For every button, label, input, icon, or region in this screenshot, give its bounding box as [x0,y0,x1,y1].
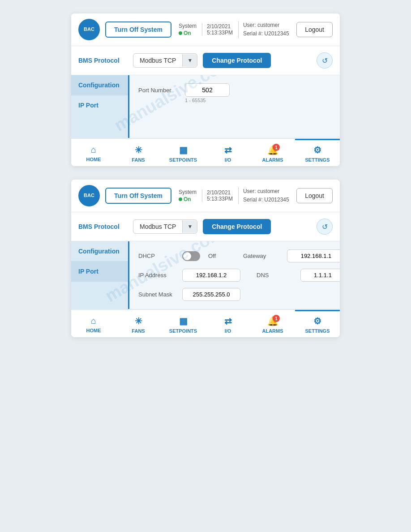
panel-2: BAC Turn Off System System On 2/10/2021 … [71,180,340,337]
protocol-dropdown-arrow-2[interactable]: ▼ [182,220,197,233]
port-hint-1: 1 - 65535 [185,98,230,103]
nav-settings-1[interactable]: ⚙ SETTINGS [295,139,340,166]
io-icon-2: ⇄ [224,316,232,326]
nav-io-2[interactable]: ⇄ I/O [206,310,250,337]
alarm-badge-1: 1 [273,144,280,151]
sidebar-ipport-1[interactable]: IP Port [71,95,128,115]
home-icon-1: ⌂ [91,145,96,155]
toggle-knob [183,252,191,260]
dns-label: DNS [257,272,292,279]
header-1: BAC Turn Off System System On 2/10/2021 … [71,13,340,46]
main-content-2: DHCP Off Gateway IP Address DNS Subnet M… [129,241,340,309]
change-protocol-button-1[interactable]: Change Protocol [203,53,271,68]
bms-label-2: BMS Protocol [78,223,128,230]
sidebar-2: Configuration IP Port [71,241,129,309]
panel-1: BAC Turn Off System System On 2/10/2021 … [71,13,340,166]
subnet-label: Subnet Mask [138,291,174,298]
bottom-nav-1: ⌂ HOME ✳ FANS ▦ SETPOINTS ⇄ I/O 🔔 1 ALAR… [71,138,340,166]
nav-fans-1[interactable]: ✳ FANS [116,139,161,166]
ip-dns-row: IP Address DNS [138,269,340,282]
header-2: BAC Turn Off System System On 2/10/2021 … [71,180,340,212]
system-status-label-2: System [179,189,197,195]
setpoints-icon-1: ▦ [179,145,188,155]
dhcp-gateway-row: DHCP Off Gateway [138,249,340,262]
logo-text-2: BAC [84,193,94,198]
nav-io-1[interactable]: ⇄ I/O [206,139,250,166]
settings-icon-1: ⚙ [313,145,321,155]
port-input-wrap-1: 1 - 65535 [185,83,230,103]
protocol-dropdown-arrow-1[interactable]: ▼ [182,54,197,67]
content-area-2: manualsive.com Configuration IP Port DHC… [71,241,340,309]
sidebar-1: Configuration IP Port [71,75,129,138]
nav-setpoints-1[interactable]: ▦ SETPOINTS [161,139,206,166]
nav-home-1[interactable]: ⌂ HOME [71,139,116,166]
logout-button-2[interactable]: Logout [296,188,333,203]
logout-button-1[interactable]: Logout [296,22,333,37]
dhcp-toggle[interactable] [182,251,200,261]
fans-icon-2: ✳ [135,316,142,326]
green-dot-1 [179,31,182,35]
bottom-nav-2: ⌂ HOME ✳ FANS ▦ SETPOINTS ⇄ I/O 🔔 1 ALAR… [71,309,340,337]
user-info-2: User: customer Serial #: U2012345 [238,187,289,204]
io-icon-1: ⇄ [224,145,232,155]
subnet-input[interactable] [182,288,240,301]
datetime-2: 2/10/2021 5:13:33PM [202,189,233,202]
setpoints-icon-2: ▦ [179,316,188,326]
system-status-label-1: System [179,23,197,29]
fans-icon-1: ✳ [135,145,142,155]
dhcp-status: Off [208,253,216,259]
home-icon-2: ⌂ [91,316,96,326]
nav-home-2[interactable]: ⌂ HOME [71,310,116,337]
dhcp-label: DHCP [138,253,174,259]
bac-logo-2: BAC [78,185,100,206]
nav-alarms-1[interactable]: 🔔 1 ALARMS [250,139,295,166]
protocol-value-1: Modbus TCP [133,54,182,67]
refresh-button-1[interactable]: ↺ [317,52,333,69]
port-input-1[interactable] [185,83,230,97]
status-on-1: On [179,30,197,36]
nav-alarms-2[interactable]: 🔔 1 ALARMS [250,310,295,337]
change-protocol-button-2[interactable]: Change Protocol [203,219,271,234]
subnet-row: Subnet Mask [138,288,340,301]
protocol-select-wrap-2[interactable]: Modbus TCP ▼ [133,219,197,234]
turn-off-button-1[interactable]: Turn Off System [105,21,171,38]
alarm-badge-2: 1 [273,315,280,322]
nav-setpoints-2[interactable]: ▦ SETPOINTS [161,310,206,337]
bac-logo-1: BAC [78,19,100,40]
refresh-button-2[interactable]: ↺ [317,219,333,235]
port-field-row-1: Port Number 1 - 65535 [138,83,331,103]
main-content-1: Port Number 1 - 65535 [129,75,340,138]
datetime-1: 2/10/2021 5:13:33PM [202,23,233,36]
protocol-value-2: Modbus TCP [133,220,182,233]
nav-fans-2[interactable]: ✳ FANS [116,310,161,337]
sidebar-configuration-1[interactable]: Configuration [71,75,128,95]
protocol-select-wrap-1[interactable]: Modbus TCP ▼ [133,53,197,68]
user-info-1: User: customer Serial #: U2012345 [238,21,289,38]
status-on-2: On [179,196,197,202]
port-label-1: Port Number [138,83,179,94]
dns-input[interactable] [300,269,340,282]
nav-settings-2[interactable]: ⚙ SETTINGS [295,310,340,337]
system-info-2: System On [179,189,197,202]
content-area-1: manualsive.com Configuration IP Port Por… [71,75,340,138]
system-info-1: System On [179,23,197,36]
green-dot-2 [179,197,182,201]
ip-input[interactable] [182,269,240,282]
bms-row-1: BMS Protocol Modbus TCP ▼ Change Protoco… [71,46,340,75]
logo-text-1: BAC [84,26,94,32]
gateway-input[interactable] [287,249,340,262]
bms-row-2: BMS Protocol Modbus TCP ▼ Change Protoco… [71,212,340,241]
ip-label: IP Address [138,272,174,279]
settings-icon-2: ⚙ [313,316,321,326]
turn-off-button-2[interactable]: Turn Off System [105,188,171,204]
bms-label-1: BMS Protocol [78,57,128,64]
gateway-label: Gateway [243,253,279,259]
sidebar-configuration-2[interactable]: Configuration [71,241,128,262]
sidebar-ipport-2[interactable]: IP Port [71,262,128,282]
